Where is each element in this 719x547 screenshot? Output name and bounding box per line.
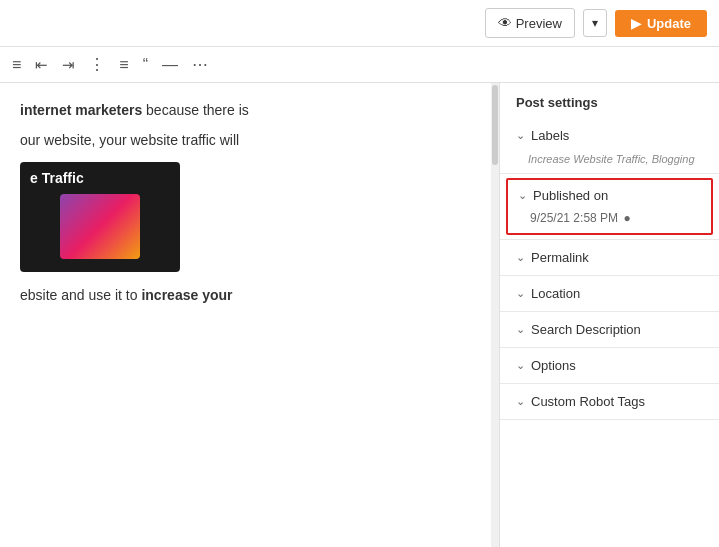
editor-line-2: our website, your website traffic will (20, 129, 479, 151)
more-tool[interactable]: ⋯ (188, 53, 212, 76)
options-label: Options (531, 358, 576, 373)
permalink-label: Permalink (531, 250, 589, 265)
bold-text-1: internet marketers (20, 102, 142, 118)
chevron-icon-labels: ⌄ (516, 129, 525, 142)
editor-content[interactable]: internet marketers because there is our … (0, 83, 499, 547)
image-block: e Traffic (20, 162, 180, 272)
robot-header[interactable]: ⌄ Custom Robot Tags (500, 384, 719, 419)
editor-line-3: ebsite and use it to increase your (20, 284, 479, 306)
labels-header[interactable]: ⌄ Labels (500, 118, 719, 153)
image-placeholder (60, 194, 140, 259)
chevron-icon-permalink: ⌄ (516, 251, 525, 264)
sidebar: Post settings ⌄ Labels Increase Website … (499, 83, 719, 547)
editor-line-1: internet marketers because there is (20, 99, 479, 121)
permalink-header[interactable]: ⌄ Permalink (500, 240, 719, 275)
scrollbar[interactable] (491, 83, 499, 547)
play-icon: ▶ (631, 16, 641, 31)
location-header[interactable]: ⌄ Location (500, 276, 719, 311)
preview-button[interactable]: 👁 Preview (485, 8, 575, 38)
sidebar-section-labels: ⌄ Labels Increase Website Traffic, Blogg… (500, 118, 719, 174)
chevron-icon-search: ⌄ (516, 323, 525, 336)
text-3: ebsite and use it to (20, 287, 141, 303)
format-bar: ≡ ⇤ ⇥ ⋮ ≡ “ — ⋯ (0, 47, 719, 83)
text-1: because there is (146, 102, 249, 118)
sidebar-section-published: ⌄ Published on 9/25/21 2:58 PM ● (500, 178, 719, 240)
labels-sub: Increase Website Traffic, Blogging (500, 153, 719, 173)
scrollbar-thumb (492, 85, 498, 165)
chevron-icon-location: ⌄ (516, 287, 525, 300)
sidebar-section-permalink: ⌄ Permalink (500, 240, 719, 276)
indent-left-tool[interactable]: ⇤ (31, 54, 52, 76)
search-label: Search Description (531, 322, 641, 337)
published-highlight-box: ⌄ Published on 9/25/21 2:58 PM ● (506, 178, 713, 235)
sidebar-section-robot: ⌄ Custom Robot Tags (500, 384, 719, 420)
align-tool[interactable]: ≡ (8, 54, 25, 76)
published-header[interactable]: ⌄ Published on (508, 180, 711, 211)
preview-label: Preview (516, 16, 562, 31)
preview-dropdown-button[interactable]: ▾ (583, 9, 607, 37)
top-bar: 👁 Preview ▾ ▶ Update (0, 0, 719, 47)
published-sub: 9/25/21 2:58 PM ● (508, 211, 711, 233)
dash-tool[interactable]: — (158, 54, 182, 76)
eye-icon: 👁 (498, 15, 512, 31)
cursor-icon: ● (623, 211, 630, 225)
chevron-icon-options: ⌄ (516, 359, 525, 372)
labels-label: Labels (531, 128, 569, 143)
main-area: internet marketers because there is our … (0, 83, 719, 547)
list-ordered-tool[interactable]: ≡ (115, 54, 132, 76)
editor-panel: internet marketers because there is our … (0, 83, 499, 547)
sidebar-section-location: ⌄ Location (500, 276, 719, 312)
quote-tool[interactable]: “ (139, 54, 152, 76)
sidebar-title: Post settings (500, 83, 719, 118)
options-header[interactable]: ⌄ Options (500, 348, 719, 383)
chevron-icon-published: ⌄ (518, 189, 527, 202)
indent-right-tool[interactable]: ⇥ (58, 54, 79, 76)
chevron-down-icon: ▾ (592, 16, 598, 30)
image-title: e Traffic (30, 170, 84, 186)
bold-text-3: increase your (141, 287, 232, 303)
list-unordered-tool[interactable]: ⋮ (85, 53, 109, 76)
published-label: Published on (533, 188, 608, 203)
robot-label: Custom Robot Tags (531, 394, 645, 409)
published-date: 9/25/21 2:58 PM (530, 211, 618, 225)
text-2: our website, your website traffic will (20, 132, 239, 148)
location-label: Location (531, 286, 580, 301)
sidebar-section-search: ⌄ Search Description (500, 312, 719, 348)
update-label: Update (647, 16, 691, 31)
sidebar-section-options: ⌄ Options (500, 348, 719, 384)
chevron-icon-robot: ⌄ (516, 395, 525, 408)
update-button[interactable]: ▶ Update (615, 10, 707, 37)
search-header[interactable]: ⌄ Search Description (500, 312, 719, 347)
